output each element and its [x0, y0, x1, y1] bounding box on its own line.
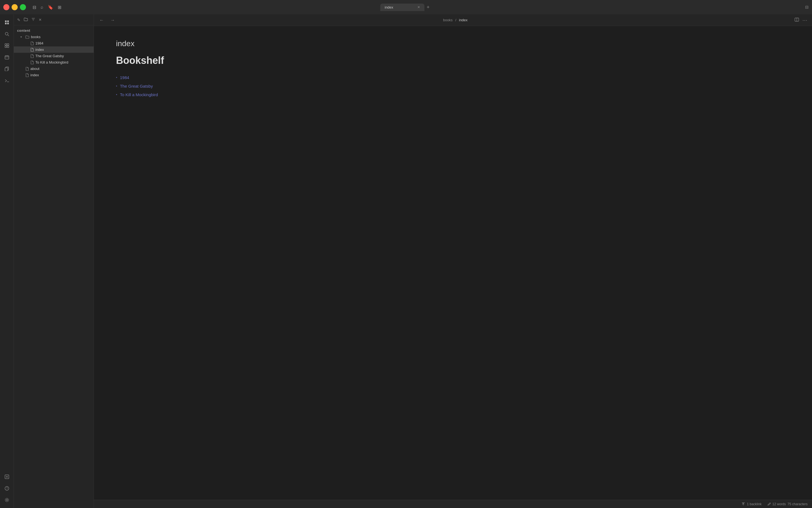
tree-item-index[interactable]: index — [14, 46, 94, 53]
new-folder-icon[interactable] — [24, 17, 28, 22]
tab-label: index — [385, 5, 393, 9]
file-tree: content ▾ books 1984 — [14, 26, 94, 508]
editor-toolbar-right: ⋯ — [795, 17, 808, 23]
search-titlebar-icon[interactable]: ⌕ — [41, 5, 43, 10]
bullet-icon: • — [116, 84, 117, 88]
tree-item-great-gatsby-label: The Great Gatsby — [35, 54, 64, 58]
breadcrumb-separator: / — [456, 18, 457, 22]
file-sidebar: ✎ ✕ content ▾ — [14, 14, 94, 508]
tree-item-about-label: about — [31, 67, 40, 71]
file-icon — [31, 41, 34, 45]
window-controls-icon[interactable]: ⊟ — [805, 5, 809, 10]
editor-area: ← → books / index ⋯ index Bookshelf — [94, 14, 812, 508]
file-tree-root: content — [14, 28, 94, 34]
tree-item-mockingbird[interactable]: To Kill a Mockingbird — [14, 59, 94, 66]
svg-line-5 — [8, 35, 9, 36]
calendar-icon[interactable] — [2, 52, 12, 62]
plugin-icon[interactable] — [2, 472, 12, 481]
svg-rect-6 — [5, 44, 7, 45]
tab-index[interactable]: index ✕ — [380, 4, 425, 11]
link-1984[interactable]: 1984 — [120, 75, 129, 80]
tree-item-index-root[interactable]: index — [14, 72, 94, 78]
file-icon-mockingbird — [31, 60, 34, 65]
link-mockingbird[interactable]: To Kill a Mockingbird — [120, 92, 158, 97]
folder-open-icon — [26, 35, 29, 39]
tree-item-index-root-label: index — [31, 73, 39, 77]
terminal-icon[interactable] — [2, 76, 12, 85]
file-icon-gatsby — [31, 54, 34, 58]
search-icon[interactable] — [2, 29, 12, 39]
file-icon-about — [26, 67, 29, 71]
tree-item-1984[interactable]: 1984 — [14, 40, 94, 46]
svg-point-23 — [5, 498, 9, 502]
tree-item-1984-label: 1984 — [35, 41, 43, 45]
tree-item-books-label: books — [31, 35, 41, 39]
editor-toolbar: ← → books / index ⋯ — [94, 14, 812, 26]
icon-sidebar-top — [2, 18, 12, 470]
minimize-button[interactable] — [12, 4, 18, 10]
tree-item-index-label: index — [35, 47, 44, 52]
icon-sidebar: ? — [0, 14, 14, 508]
backlink-status[interactable]: 1 backlink — [742, 502, 761, 506]
tree-item-about[interactable]: about — [14, 66, 94, 72]
list-item-mockingbird: • To Kill a Mockingbird — [116, 92, 790, 97]
files-icon[interactable] — [2, 18, 12, 27]
char-count: 75 characters — [787, 502, 808, 506]
breadcrumb-parent[interactable]: books — [443, 18, 453, 22]
nav-back-button[interactable]: ← — [98, 16, 105, 24]
collapse-all-icon[interactable]: ✕ — [39, 18, 42, 22]
file-sidebar-toolbar: ✎ ✕ — [14, 14, 94, 26]
list-item-1984: • 1984 — [116, 75, 790, 80]
word-count: 12 words — [772, 502, 786, 506]
doc-title: index — [116, 39, 790, 48]
tree-item-mockingbird-label: To Kill a Mockingbird — [35, 60, 68, 65]
word-count-status: 12 words 75 characters — [767, 502, 808, 506]
settings-icon[interactable] — [2, 495, 12, 505]
svg-text:?: ? — [6, 487, 8, 490]
new-file-icon[interactable]: ✎ — [17, 18, 20, 22]
link-great-gatsby[interactable]: The Great Gatsby — [120, 84, 153, 88]
bullet-icon: • — [116, 76, 117, 80]
doc-list: • 1984 • The Great Gatsby • To Kill a Mo… — [116, 75, 790, 97]
traffic-lights — [3, 4, 26, 10]
breadcrumb: books / index — [121, 18, 790, 22]
main-area: ? ✎ — [0, 14, 812, 508]
titlebar: ⊟ ⌕ 🔖 ⊞ index ✕ + ⊟ — [0, 0, 812, 14]
svg-rect-2 — [5, 23, 7, 24]
layout-icon[interactable]: ⊞ — [58, 5, 61, 10]
file-icon-active — [31, 48, 34, 52]
file-browser-icon[interactable]: ⊟ — [33, 5, 36, 10]
titlebar-right: ⊟ — [805, 5, 809, 10]
file-icon-index-root — [26, 73, 29, 77]
help-icon[interactable]: ? — [2, 484, 12, 493]
svg-rect-10 — [5, 56, 9, 59]
reading-mode-icon[interactable] — [795, 18, 799, 23]
bullet-icon: • — [116, 93, 117, 97]
svg-rect-3 — [7, 23, 9, 24]
tab-add-button[interactable]: + — [425, 3, 432, 11]
chevron-down-icon: ▾ — [20, 35, 24, 38]
list-item-great-gatsby: • The Great Gatsby — [116, 84, 790, 88]
svg-rect-8 — [5, 46, 7, 47]
svg-rect-15 — [5, 68, 8, 71]
svg-rect-0 — [5, 20, 7, 22]
more-options-icon[interactable]: ⋯ — [802, 17, 808, 23]
grid-icon[interactable] — [2, 41, 12, 50]
titlebar-icons: ⊟ ⌕ 🔖 ⊞ — [33, 5, 61, 10]
tree-item-books[interactable]: ▾ books — [14, 34, 94, 40]
copy-icon[interactable] — [2, 64, 12, 74]
status-bar: 1 backlink 12 words 75 characters — [94, 500, 812, 508]
close-button[interactable] — [3, 4, 9, 10]
icon-sidebar-bottom: ? — [2, 472, 12, 505]
tabs-area: index ✕ + — [380, 3, 432, 11]
svg-rect-1 — [7, 20, 9, 22]
tab-close-button[interactable]: ✕ — [417, 5, 420, 9]
bookmark-icon[interactable]: 🔖 — [48, 5, 53, 10]
svg-rect-9 — [7, 46, 9, 47]
backlink-count: 1 backlink — [747, 502, 761, 506]
tree-item-great-gatsby[interactable]: The Great Gatsby — [14, 53, 94, 59]
filter-icon[interactable] — [31, 17, 35, 22]
maximize-button[interactable] — [20, 4, 26, 10]
nav-forward-button[interactable]: → — [109, 16, 116, 24]
edit-status-icon — [767, 502, 771, 506]
